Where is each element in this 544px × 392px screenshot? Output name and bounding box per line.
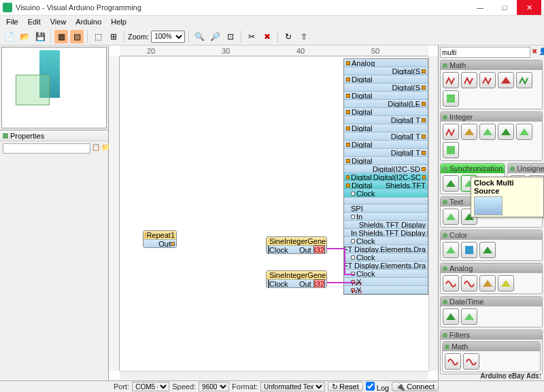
comp-text-1[interactable] xyxy=(443,209,459,225)
comp-dt-2[interactable] xyxy=(461,308,477,325)
menu-arduino[interactable]: Arduino xyxy=(71,16,105,27)
comp-dt-1[interactable] xyxy=(443,308,459,325)
comp-int-6[interactable] xyxy=(443,142,459,158)
left-panel: Properties 📋 📁 📂 📄 📌 ⇲ xyxy=(0,46,109,380)
zoom-label: Zoom: xyxy=(128,33,149,41)
comp-color-2[interactable] xyxy=(461,242,477,258)
menu-edit[interactable]: Edit xyxy=(24,16,45,27)
comp-math-2[interactable] xyxy=(461,72,477,88)
component-tooltip: Clock Multi Source xyxy=(471,177,544,217)
comp-int-1[interactable] xyxy=(443,124,459,140)
comp-math-5[interactable] xyxy=(516,72,532,88)
title-bar: Visuino - Visual Arduino Programming xyxy=(0,0,544,16)
refresh-icon[interactable]: ↻ xyxy=(282,30,295,43)
menu-file[interactable]: File xyxy=(2,16,22,27)
menu-view[interactable]: View xyxy=(46,16,71,27)
comp-int-2[interactable] xyxy=(461,124,477,140)
overview-map[interactable] xyxy=(1,47,107,128)
port-label: Port: xyxy=(114,382,129,391)
canvas-scrollbar-h[interactable] xyxy=(120,371,428,380)
upload-icon[interactable]: ⇧ xyxy=(297,30,311,43)
new-icon[interactable]: 📄 xyxy=(2,30,16,43)
svg-rect-0 xyxy=(447,94,455,103)
properties-filter-input[interactable] xyxy=(3,143,90,154)
design-canvas[interactable]: Repeat1 Out SineIntegerGenerator1 ClockO… xyxy=(120,56,428,371)
comp-sync-1[interactable] xyxy=(443,175,459,192)
app-icon xyxy=(3,3,12,12)
connect-button[interactable]: 🔌 Connect xyxy=(392,382,439,391)
format-select[interactable]: Unformatted Text xyxy=(260,382,325,391)
node-repeat[interactable]: Repeat1 Out xyxy=(143,230,177,248)
comp-ana-2[interactable] xyxy=(461,275,477,291)
svg-rect-2 xyxy=(465,246,473,254)
zoom-in-icon[interactable]: 🔍 xyxy=(192,30,206,43)
comp-ana-1[interactable] xyxy=(443,275,459,291)
comp-int-5[interactable] xyxy=(516,124,532,140)
comp-int-4[interactable] xyxy=(498,124,514,140)
snap-icon[interactable]: ⊞ xyxy=(107,30,120,43)
canvas-scrollbar-v[interactable] xyxy=(428,56,438,371)
zoom-fit-icon[interactable]: ⊡ xyxy=(224,30,237,43)
maximize-button[interactable] xyxy=(492,0,517,15)
reset-button[interactable]: ↻ Reset xyxy=(328,382,363,391)
zoom-select[interactable]: 100% xyxy=(151,31,185,43)
window-title: Visuino - Visual Arduino Programming xyxy=(16,3,468,12)
close-button[interactable] xyxy=(517,0,541,15)
speed-label: Speed: xyxy=(172,382,196,391)
comp-ana-3[interactable] xyxy=(479,275,496,291)
delete-icon[interactable]: ✖ xyxy=(260,30,274,43)
port-select[interactable]: COM5 (L xyxy=(132,382,169,391)
comp-math-3[interactable] xyxy=(479,72,496,88)
comp-math-4[interactable] xyxy=(498,72,514,88)
comp-color-1[interactable] xyxy=(443,242,459,258)
speed-select[interactable]: 9600 xyxy=(199,382,229,391)
open-icon[interactable]: 📂 xyxy=(18,30,31,43)
grid2-icon[interactable]: ▤ xyxy=(70,30,84,43)
format-label: Format: xyxy=(232,382,258,391)
node-arduino-board[interactable]: Analog Digital(S Digital Digital(S Digit… xyxy=(343,58,428,295)
search-clear-icon[interactable]: ✖ xyxy=(532,48,537,57)
ad-footer: Arduino eBay Ads: xyxy=(480,372,541,380)
node-sine1[interactable]: SineIntegerGenerator1 ClockOut I32 xyxy=(266,236,327,254)
comp-math-6[interactable] xyxy=(443,90,459,107)
main-toolbar: 📄 📂 💾 ▦ ▤ ⬚ ⊞ Zoom: 100% 🔍 🔎 ⊡ ✂ ✖ ↻ ⇧ xyxy=(0,28,544,46)
prop-tool-1[interactable]: 📋 xyxy=(92,143,100,153)
category-analog: Analog xyxy=(440,263,543,294)
category-math: Math xyxy=(440,60,543,109)
palette-user-icon[interactable]: 👤 xyxy=(539,48,544,57)
align-icon[interactable]: ⬚ xyxy=(91,30,105,43)
cut-icon[interactable]: ✂ xyxy=(245,30,258,43)
ruler-vertical xyxy=(109,56,120,371)
palette-search-input[interactable] xyxy=(440,47,530,58)
status-bar: Port: COM5 (L Speed: 9600 Format: Unform… xyxy=(0,380,544,392)
svg-rect-1 xyxy=(447,146,455,154)
comp-flt-2[interactable] xyxy=(463,353,479,370)
category-datetime: Date/Time xyxy=(440,296,543,327)
properties-panel: Properties 📋 📁 📂 📄 📌 ⇲ xyxy=(0,130,108,380)
comp-int-3[interactable] xyxy=(479,124,496,140)
zoom-out-icon[interactable]: 🔎 xyxy=(208,30,222,43)
menu-help[interactable]: Help xyxy=(107,16,131,27)
comp-flt-1[interactable] xyxy=(445,353,461,370)
comp-ana-4[interactable] xyxy=(498,275,514,291)
grid1-icon[interactable]: ▦ xyxy=(54,30,68,43)
node-sine2[interactable]: SineIntegerGenerator2 ClockOut I32 xyxy=(266,270,327,288)
save-icon[interactable]: 💾 xyxy=(33,30,47,43)
menu-bar: File Edit View Arduino Help xyxy=(0,16,544,28)
comp-math-1[interactable] xyxy=(443,72,459,88)
log-checkbox[interactable]: Log xyxy=(366,382,389,392)
minimize-button[interactable] xyxy=(468,0,492,15)
properties-title: Properties xyxy=(10,132,44,140)
category-filters: Filters Math xyxy=(440,329,543,374)
ruler-horizontal: 20 30 40 50 xyxy=(120,46,428,56)
comp-color-3[interactable] xyxy=(479,242,496,258)
category-integer: Integer xyxy=(440,111,543,161)
design-canvas-wrap: 20 30 40 50 Repeat1 Out SineIntegerGener… xyxy=(109,46,438,380)
category-color: Color xyxy=(440,230,543,261)
